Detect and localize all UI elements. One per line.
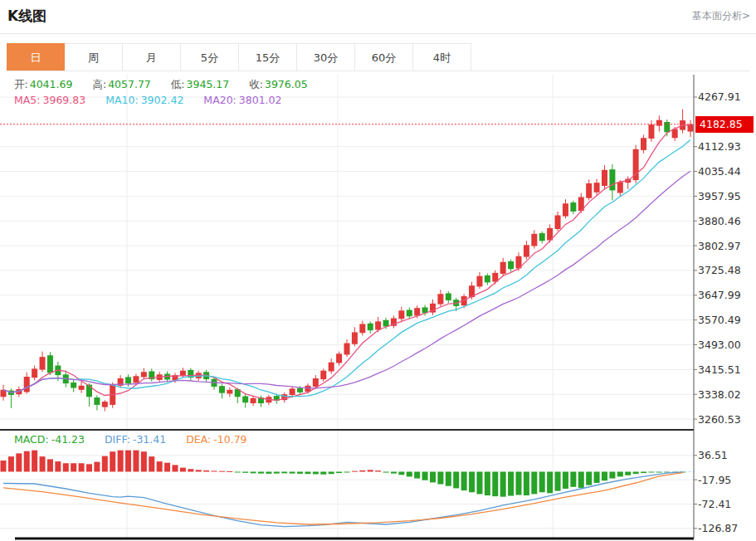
candle[interactable] bbox=[180, 371, 186, 376]
macd-bar bbox=[157, 461, 163, 471]
candle[interactable] bbox=[24, 377, 30, 392]
macd-bar bbox=[570, 471, 576, 486]
candle[interactable] bbox=[570, 202, 576, 212]
tab-period-5[interactable]: 30分 bbox=[297, 43, 355, 71]
macd-bar bbox=[602, 471, 607, 480]
open-label: 开: bbox=[14, 78, 28, 90]
candle[interactable] bbox=[594, 183, 600, 193]
candle[interactable] bbox=[500, 262, 506, 274]
macd-bar bbox=[555, 471, 561, 490]
tab-period-7[interactable]: 4时 bbox=[413, 43, 471, 71]
candle[interactable] bbox=[242, 397, 248, 403]
macd-bar bbox=[305, 471, 310, 474]
candle[interactable] bbox=[227, 390, 232, 394]
macd-bar bbox=[461, 471, 467, 490]
tab-period-3[interactable]: 5分 bbox=[181, 43, 239, 71]
macd-bar bbox=[446, 471, 451, 485]
tab-period-4[interactable]: 15分 bbox=[239, 43, 297, 71]
candle[interactable] bbox=[508, 261, 514, 269]
candle[interactable] bbox=[383, 320, 389, 327]
macd-bar bbox=[453, 471, 459, 488]
macd-bar bbox=[258, 471, 264, 473]
macd-bar bbox=[641, 471, 646, 473]
macd-bar bbox=[16, 453, 22, 471]
candle[interactable] bbox=[79, 386, 85, 390]
candle[interactable] bbox=[609, 169, 615, 190]
macd-readout: MACD:-41.23 DIFF:-31.41 DEA:-10.79 bbox=[14, 433, 250, 446]
macd-bar bbox=[266, 471, 271, 473]
ma5-label: MA5: bbox=[14, 94, 41, 106]
candle[interactable] bbox=[71, 383, 76, 388]
candle[interactable] bbox=[602, 170, 607, 186]
candle[interactable] bbox=[359, 324, 365, 333]
candle[interactable] bbox=[133, 376, 139, 383]
macd-bar bbox=[586, 471, 592, 485]
candle[interactable] bbox=[40, 357, 46, 369]
macd-bar bbox=[94, 462, 100, 472]
macd-bar bbox=[203, 470, 209, 472]
candle[interactable] bbox=[641, 138, 646, 150]
tab-period-6[interactable]: 60分 bbox=[355, 43, 413, 71]
candle[interactable] bbox=[398, 310, 404, 319]
candle[interactable] bbox=[219, 386, 225, 392]
ma20-label: MA20: bbox=[203, 94, 236, 106]
candle[interactable] bbox=[539, 233, 545, 241]
candle[interactable] bbox=[86, 385, 92, 397]
candle[interactable] bbox=[524, 245, 529, 256]
candle[interactable] bbox=[656, 120, 662, 126]
macd-bar bbox=[407, 471, 412, 476]
macd-bar bbox=[375, 470, 381, 471]
macd-label: MACD: bbox=[14, 433, 49, 446]
candle[interactable] bbox=[94, 397, 100, 405]
y-tick-label: 4267.91 bbox=[698, 90, 741, 103]
candle[interactable] bbox=[336, 353, 342, 363]
candle[interactable] bbox=[531, 234, 537, 246]
macd-bar bbox=[55, 461, 61, 471]
fundamental-analysis-link[interactable]: 基本面分析> bbox=[692, 9, 750, 23]
candle[interactable] bbox=[617, 182, 623, 193]
candle[interactable] bbox=[437, 294, 443, 304]
macd-bar bbox=[219, 471, 225, 472]
macd-bar bbox=[32, 451, 37, 472]
macd-bar bbox=[297, 471, 303, 473]
candle[interactable] bbox=[352, 332, 358, 344]
macd-bar bbox=[102, 456, 108, 472]
candle[interactable] bbox=[290, 388, 295, 395]
macd-bar bbox=[633, 471, 639, 474]
candle[interactable] bbox=[320, 371, 326, 379]
candle[interactable] bbox=[476, 276, 482, 287]
ma20-value: 3801.02 bbox=[239, 94, 282, 106]
tab-period-0[interactable]: 日 bbox=[7, 43, 65, 71]
candle[interactable] bbox=[446, 293, 451, 300]
candle[interactable] bbox=[32, 368, 37, 378]
candle[interactable] bbox=[297, 388, 303, 392]
macd-bar bbox=[469, 471, 475, 492]
candle[interactable] bbox=[344, 344, 350, 355]
candle[interactable] bbox=[648, 124, 654, 139]
candle[interactable] bbox=[664, 122, 670, 132]
macd-value: -41.23 bbox=[51, 433, 85, 446]
tab-period-2[interactable]: 月 bbox=[123, 43, 181, 71]
candle[interactable] bbox=[563, 203, 568, 216]
candle[interactable] bbox=[555, 215, 561, 229]
macd-bar bbox=[188, 469, 193, 471]
candle[interactable] bbox=[102, 402, 108, 407]
tab-period-1[interactable]: 周 bbox=[65, 43, 123, 71]
candle[interactable] bbox=[125, 377, 131, 383]
macd-bar bbox=[110, 451, 115, 471]
candle[interactable] bbox=[414, 308, 420, 315]
low-value: 3945.17 bbox=[187, 78, 230, 90]
candle[interactable] bbox=[141, 372, 147, 377]
candle[interactable] bbox=[586, 183, 592, 198]
candle[interactable] bbox=[375, 321, 381, 329]
candle[interactable] bbox=[251, 398, 256, 403]
candle[interactable] bbox=[47, 355, 53, 373]
candle[interactable] bbox=[329, 363, 334, 372]
candle[interactable] bbox=[407, 310, 412, 317]
macd-bar bbox=[485, 471, 490, 495]
candle[interactable] bbox=[485, 275, 490, 282]
candle[interactable] bbox=[368, 324, 373, 330]
candle[interactable] bbox=[313, 378, 319, 387]
macd-bar bbox=[476, 471, 482, 494]
macd-bar bbox=[500, 471, 506, 496]
